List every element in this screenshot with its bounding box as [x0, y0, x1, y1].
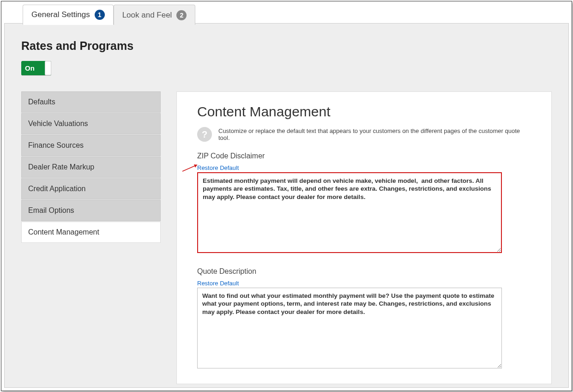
sidebar-item-label: Email Options: [28, 206, 74, 215]
tab-panel: Rates and Programs On Defaults Vehicle V…: [4, 23, 569, 388]
tab-look-and-feel[interactable]: Look and Feel 2: [114, 5, 196, 25]
sidebar-item-label: Credit Application: [28, 185, 86, 193]
sidebar-item-email-options[interactable]: Email Options: [21, 200, 161, 221]
section-quote-payment-disclaimer: Quote Payment Disclaimer: [197, 383, 531, 384]
toggle-knob: [45, 61, 51, 75]
restore-default-link[interactable]: Restore Default: [197, 280, 239, 287]
sidebar-item-dealer-rate-markup[interactable]: Dealer Rate Markup: [21, 157, 161, 178]
sidebar-item-vehicle-valuations[interactable]: Vehicle Valuations: [21, 113, 161, 134]
content-heading: Content Management: [197, 104, 531, 120]
sidebar-item-label: Vehicle Valuations: [28, 120, 88, 128]
quote-description-textarea[interactable]: [197, 288, 502, 368]
page-title: Rates and Programs: [21, 39, 552, 53]
help-text: Customize or replace the default text th…: [218, 127, 531, 141]
section-quote-description: Quote Description Restore Default: [197, 267, 531, 370]
top-tabbar: General Settings 1 Look and Feel 2: [23, 5, 195, 25]
sidebar-item-label: Dealer Rate Markup: [28, 163, 94, 171]
restore-default-link[interactable]: Restore Default: [197, 164, 239, 171]
sidebar-item-credit-application[interactable]: Credit Application: [21, 178, 161, 199]
sidebar-item-defaults[interactable]: Defaults: [21, 91, 161, 113]
zip-code-disclaimer-textarea[interactable]: [197, 172, 502, 253]
section-label: Quote Description: [197, 267, 531, 276]
tab-label: General Settings: [31, 10, 90, 19]
toggle-label: On: [21, 64, 35, 72]
side-nav: Defaults Vehicle Valuations Finance Sour…: [21, 91, 161, 384]
app-frame: General Settings 1 Look and Feel 2 Rates…: [1, 1, 572, 391]
rates-toggle[interactable]: On: [21, 61, 51, 76]
sidebar-item-label: Defaults: [28, 98, 55, 106]
sidebar-item-finance-sources[interactable]: Finance Sources: [21, 135, 161, 156]
tab-badge: 1: [95, 10, 105, 20]
sidebar-item-content-management[interactable]: Content Management: [21, 222, 161, 243]
tab-label: Look and Feel: [122, 11, 172, 20]
svg-line-0: [182, 165, 197, 171]
tab-badge: 2: [176, 10, 187, 20]
tab-general-settings[interactable]: General Settings 1: [23, 5, 114, 25]
section-label: Quote Payment Disclaimer: [197, 383, 531, 384]
help-icon[interactable]: ?: [197, 127, 212, 142]
svg-marker-1: [194, 164, 197, 168]
body-layout: Defaults Vehicle Valuations Finance Sour…: [21, 91, 552, 384]
section-label: ZIP Code Disclaimer: [197, 152, 531, 160]
help-row: ? Customize or replace the default text …: [197, 127, 531, 142]
sidebar-item-label: Content Management: [28, 228, 99, 236]
section-zip-code-disclaimer: ZIP Code Disclaimer Restore Default: [197, 152, 531, 254]
content-pane: Content Management ? Customize or replac…: [176, 91, 552, 384]
sidebar-item-label: Finance Sources: [28, 141, 84, 150]
